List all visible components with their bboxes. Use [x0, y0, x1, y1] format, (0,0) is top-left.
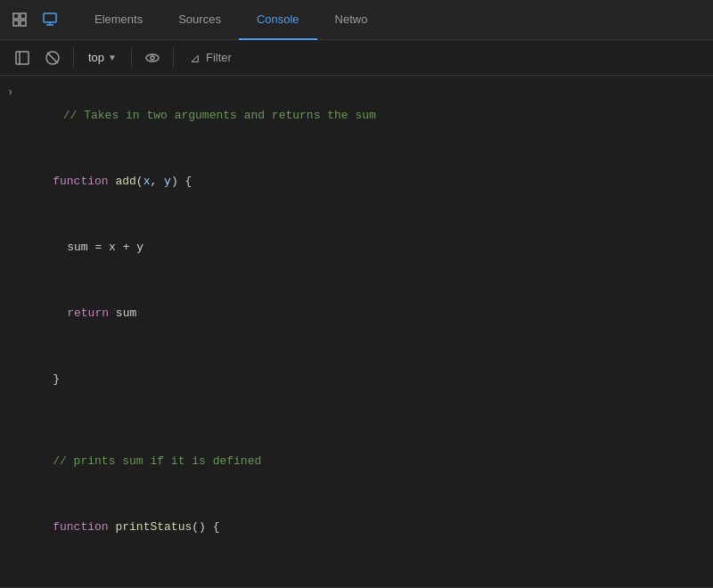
svg-rect-1 — [20, 13, 26, 19]
svg-line-10 — [47, 53, 58, 63]
devtools-icons — [7, 7, 62, 32]
svg-rect-2 — [13, 20, 19, 26]
tab-bar: Elements Sources Console Netwo — [0, 0, 713, 40]
cursor-icon[interactable] — [7, 7, 32, 32]
context-selector-button[interactable]: top ▼ — [81, 45, 124, 70]
console-output: › // Takes in two arguments and returns … — [0, 76, 713, 587]
code-line-4: } — [0, 347, 713, 412]
eye-icon-button[interactable] — [139, 45, 166, 71]
filter-area: ⊿ Filter — [181, 51, 241, 65]
toolbar-divider-3 — [173, 47, 174, 69]
code-line-6: if (sum) { — [0, 560, 713, 587]
tab-elements[interactable]: Elements — [77, 0, 160, 40]
context-label: top — [88, 51, 104, 64]
svg-point-12 — [151, 56, 154, 60]
tab-console[interactable]: Console — [239, 0, 317, 40]
tab-sources[interactable]: Sources — [160, 0, 239, 40]
code-comment-2: // prints sum if it is defined — [0, 429, 713, 494]
inspector-icon[interactable] — [37, 7, 62, 32]
code-line-5: function printStatus() { — [0, 494, 713, 560]
clear-console-button[interactable] — [39, 45, 66, 71]
tab-network[interactable]: Netwo — [317, 0, 386, 40]
console-toolbar: top ▼ ⊿ Filter — [0, 40, 713, 76]
expand-arrow[interactable]: › — [0, 83, 18, 102]
sidebar-toggle-button[interactable] — [9, 45, 36, 71]
blank-line-1 — [0, 412, 713, 429]
dropdown-arrow-icon: ▼ — [108, 53, 117, 62]
code-line-3: return sum — [0, 281, 713, 347]
toolbar-divider-1 — [73, 47, 74, 69]
filter-label: Filter — [206, 51, 232, 64]
toolbar-divider-2 — [131, 47, 132, 69]
code-line-2: sum = x + y — [0, 215, 713, 281]
code-comment-1: // Takes in two arguments and returns th… — [18, 83, 376, 149]
svg-rect-4 — [44, 13, 56, 22]
svg-point-11 — [146, 54, 159, 61]
code-line-1: function add(x, y) { — [0, 149, 713, 215]
svg-rect-7 — [16, 52, 29, 64]
filter-icon: ⊿ — [190, 51, 201, 65]
svg-rect-0 — [13, 13, 19, 19]
console-entry-1: › // Takes in two arguments and returns … — [0, 83, 713, 149]
svg-rect-3 — [20, 20, 26, 26]
